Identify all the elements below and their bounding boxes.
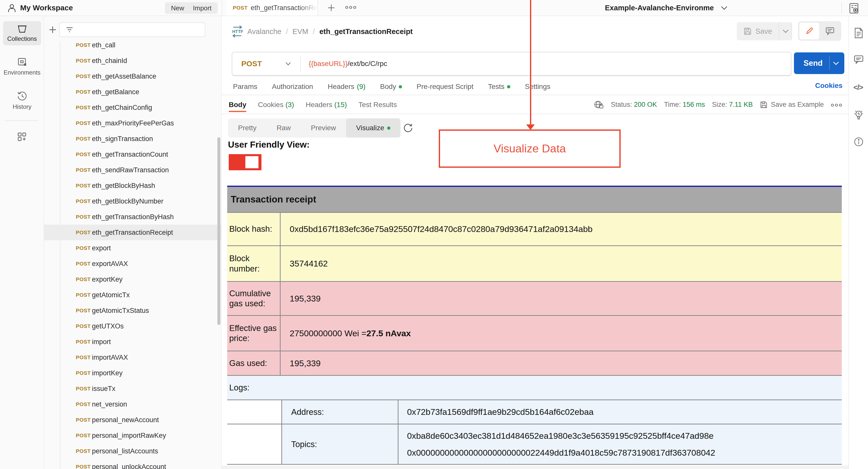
sidebar-scrollbar[interactable]: [217, 137, 220, 325]
sidebar-request-item[interactable]: POSTexportAVAX: [44, 256, 222, 272]
method-badge: POST: [76, 433, 92, 439]
edit-mode-button[interactable]: [800, 23, 819, 39]
view-mode-visualize[interactable]: Visualize: [346, 118, 401, 137]
save-options-button[interactable]: [779, 22, 792, 40]
sidebar-request-item[interactable]: POSTeth_getAssetBalance: [44, 68, 222, 84]
rail-item-label: History: [12, 103, 31, 110]
edit-pencil-icon: [805, 26, 814, 35]
environment-quick-look-icon[interactable]: [848, 2, 860, 14]
new-button[interactable]: New: [165, 2, 190, 14]
request-tab-params[interactable]: Params: [233, 83, 257, 91]
sidebar-request-item[interactable]: POSTpersonal_newAccount: [44, 412, 222, 428]
sidebar-request-item[interactable]: POSTeth_getTransactionByHash: [44, 209, 222, 225]
request-tab-tests[interactable]: Tests: [488, 83, 510, 91]
rail-item-history[interactable]: History: [3, 88, 41, 113]
request-tab-body[interactable]: Body: [380, 83, 402, 91]
network-lock-icon[interactable]: [594, 100, 604, 109]
sidebar-request-item[interactable]: POSTpersonal_unlockAccount: [44, 459, 222, 469]
request-tab-settings[interactable]: Settings: [525, 83, 550, 91]
breadcrumb-collection[interactable]: Avalanche: [247, 27, 281, 36]
environment-selector[interactable]: Example-Avalanche-Environme: [605, 0, 728, 15]
request-name: eth_getAssetBalance: [92, 72, 156, 80]
sidebar-request-item[interactable]: POSTpersonal_listAccounts: [44, 443, 222, 459]
response-tab-test-results[interactable]: Test Results: [359, 96, 397, 114]
green-dot-badge: [387, 126, 391, 130]
sidebar-request-item[interactable]: POSTimportKey: [44, 365, 222, 381]
url-input[interactable]: {{baseURL}}/ext/bc/C/rpc: [309, 60, 387, 68]
sidebar-request-item[interactable]: POSTeth_getBalance: [44, 84, 222, 100]
comment-icon[interactable]: [854, 54, 864, 64]
import-button[interactable]: Import: [187, 2, 218, 14]
sidebar-request-item[interactable]: POSTeth_getChainConfig: [44, 100, 222, 115]
breadcrumb-folder[interactable]: EVM: [292, 27, 308, 36]
bottom-scroll-strip[interactable]: [222, 466, 868, 469]
cookies-link[interactable]: Cookies: [815, 82, 842, 90]
log-value-line: 0x72b73fa1569df9ff1ae9b29cd5b164af6c02eb…: [407, 407, 842, 417]
sidebar-request-item[interactable]: POSTimportAVAX: [44, 350, 222, 365]
sidebar-request-item[interactable]: POSTnet_version: [44, 397, 222, 412]
workspace-title[interactable]: My Workspace: [20, 3, 73, 12]
method-badge: POST: [76, 448, 92, 454]
sidebar-request-item[interactable]: POSTeth_signTransaction: [44, 131, 222, 147]
lightbulb-icon[interactable]: [854, 109, 864, 121]
configure-blocks-button[interactable]: [0, 131, 43, 143]
open-request-tab[interactable]: POST eth_getTransactionRece: [227, 0, 318, 15]
comments-button[interactable]: [820, 23, 840, 39]
request-name: eth_getTransactionCount: [92, 151, 168, 158]
view-mode-pretty[interactable]: Pretty: [228, 118, 267, 137]
add-request-button[interactable]: [48, 25, 57, 34]
sidebar-request-item[interactable]: POSTgetAtomicTx: [44, 287, 222, 303]
history-icon: [17, 91, 27, 101]
code-icon[interactable]: </>: [854, 83, 863, 92]
annotation-arrow-line: [530, 0, 531, 125]
document-icon[interactable]: [854, 27, 864, 39]
sidebar-request-item[interactable]: POSTpersonal_importRawKey: [44, 428, 222, 443]
sidebar-request-item[interactable]: POSTeth_getBlockByNumber: [44, 193, 222, 209]
sidebar-request-item[interactable]: POSTexportKey: [44, 272, 222, 287]
rail-item-collections[interactable]: Collections: [3, 21, 41, 45]
sidebar-request-item[interactable]: POSTissueTx: [44, 381, 222, 397]
sidebar-request-item[interactable]: POSTimport: [44, 334, 222, 350]
save-as-example-button[interactable]: Save as Example: [760, 101, 824, 109]
user-icon[interactable]: [7, 3, 17, 13]
tab-more-options-icon[interactable]: ooo: [345, 4, 357, 10]
sidebar-request-item[interactable]: POSTeth_chainId: [44, 53, 222, 68]
method-select[interactable]: POST: [241, 59, 262, 68]
sidebar-request-item[interactable]: POSTeth_getTransactionCount: [44, 147, 222, 162]
view-mode-preview[interactable]: Preview: [301, 118, 346, 137]
sidebar-filter-input[interactable]: [77, 26, 193, 34]
rail-item-environments[interactable]: Environments: [3, 54, 41, 79]
sidebar-request-item[interactable]: POSTeth_sendRawTransaction: [44, 162, 222, 178]
response-tab-headers[interactable]: Headers(15): [306, 96, 347, 114]
request-tab-pre-request-script[interactable]: Pre-request Script: [416, 83, 473, 91]
sidebar-request-item[interactable]: POSTexport: [44, 240, 222, 256]
sidebar-request-item[interactable]: POSTeth_maxPriorityFeePerGas: [44, 115, 222, 131]
table-row: Logs:: [227, 376, 842, 400]
transaction-receipt-table: Transaction receipt Block hash:0xd5bd167…: [227, 186, 842, 465]
response-tab-cookies[interactable]: Cookies(3): [258, 96, 294, 114]
method-badge: POST: [76, 292, 92, 298]
save-button[interactable]: Save: [737, 22, 779, 40]
user-friendly-toggle[interactable]: [229, 154, 261, 170]
table-row: Block number:35744162: [227, 246, 842, 282]
new-tab-button[interactable]: [327, 3, 336, 12]
view-mode-raw[interactable]: Raw: [267, 118, 301, 137]
send-options-chevron-icon[interactable]: [833, 61, 839, 65]
sidebar-request-item[interactable]: POSTeth_getTransactionReceipt: [44, 225, 222, 240]
info-icon[interactable]: [854, 136, 864, 147]
response-tab-body[interactable]: Body: [229, 96, 246, 114]
sidebar-request-item[interactable]: POSTgetAtomicTxStatus: [44, 303, 222, 318]
request-tab-headers[interactable]: Headers(9): [328, 83, 366, 91]
sidebar-filter-box[interactable]: [59, 23, 205, 37]
response-more-options-icon[interactable]: ooo: [831, 102, 843, 108]
request-name: personal_unlockAccount: [92, 463, 166, 469]
sidebar-request-item[interactable]: POSTeth_getBlockByHash: [44, 178, 222, 193]
refresh-icon[interactable]: [402, 122, 413, 133]
request-name: eth_getChainConfig: [92, 104, 152, 112]
request-tab-authorization[interactable]: Authorization: [272, 83, 313, 91]
sidebar-request-item[interactable]: POSTeth_call: [44, 37, 222, 53]
send-button[interactable]: Send: [794, 52, 844, 74]
sidebar-request-item[interactable]: POSTgetUTXOs: [44, 318, 222, 334]
chevron-down-icon[interactable]: [285, 62, 291, 66]
tab-count-badge: (9): [357, 83, 366, 91]
